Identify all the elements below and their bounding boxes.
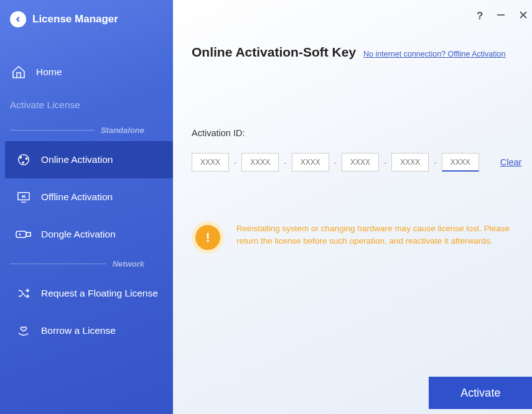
sidebar-section-activate: Activate License: [0, 91, 173, 119]
activation-id-row: - - - - - Clear: [173, 138, 532, 172]
shuffle-icon: [15, 287, 32, 300]
page-title-row: Online Activation-Soft Key No internet c…: [173, 0, 532, 60]
svg-point-3: [22, 162, 24, 164]
svg-rect-6: [26, 232, 30, 236]
sidebar-group-network: Network: [0, 253, 173, 275]
close-button[interactable]: [519, 11, 528, 22]
dash-separator: -: [234, 158, 236, 167]
dash-separator: -: [384, 158, 386, 167]
sidebar-item-home[interactable]: Home: [0, 53, 173, 91]
app-title: License Manager: [32, 13, 118, 25]
app-header: License Manager: [0, 0, 173, 35]
warning-text: Reinstalling system or changing hardware…: [236, 221, 515, 248]
clear-link[interactable]: Clear: [500, 157, 522, 167]
usb-icon: [15, 229, 32, 239]
svg-rect-5: [16, 231, 26, 237]
nav-label: Offline Activation: [41, 191, 113, 203]
nav-label: Home: [36, 67, 62, 78]
page-title: Online Activation-Soft Key: [192, 45, 356, 60]
activation-key-4[interactable]: [342, 153, 379, 172]
dash-separator: -: [284, 158, 286, 167]
nav-label: Dongle Activation: [41, 229, 116, 240]
sidebar-group-standalone: Standalone: [0, 119, 173, 141]
warning-box: ! Reinstalling system or changing hardwa…: [192, 221, 515, 254]
sidebar-item-request-floating[interactable]: Request a Floating License: [5, 275, 173, 312]
globe-icon: [15, 153, 32, 167]
activation-key-2[interactable]: [241, 153, 279, 172]
sidebar-item-borrow-license[interactable]: Borrow a License: [5, 312, 173, 349]
svg-point-2: [26, 157, 28, 160]
activation-key-6[interactable]: [442, 153, 479, 172]
activate-button[interactable]: Activate: [429, 377, 532, 409]
dash-separator: -: [334, 158, 337, 167]
sidebar-item-dongle-activation[interactable]: Dongle Activation: [5, 216, 173, 253]
nav-label: Online Activation: [41, 154, 113, 165]
activation-key-1[interactable]: [192, 153, 229, 172]
help-button[interactable]: ?: [477, 10, 483, 22]
dash-separator: -: [434, 158, 436, 167]
back-button[interactable]: [10, 11, 26, 27]
sidebar-item-offline-activation[interactable]: Offline Activation: [5, 178, 173, 216]
nav-label: Request a Floating License: [41, 288, 158, 299]
nav-label: Borrow a License: [41, 325, 116, 336]
home-icon: [10, 65, 27, 80]
svg-point-7: [19, 234, 21, 236]
activation-key-3[interactable]: [292, 153, 329, 172]
main-panel: ? Online Activation-Soft Key No internet…: [173, 0, 532, 414]
sidebar: License Manager Home Activate License St…: [0, 0, 173, 414]
minimize-button[interactable]: [497, 11, 505, 22]
sidebar-item-online-activation[interactable]: Online Activation: [5, 141, 173, 178]
window-controls: ?: [477, 10, 528, 22]
monitor-x-icon: [15, 190, 32, 204]
hand-heart-icon: [15, 324, 32, 338]
svg-point-1: [20, 157, 22, 159]
activation-key-5[interactable]: [391, 153, 429, 172]
offline-activation-link[interactable]: No internet connection? Offline Activati…: [363, 50, 505, 58]
activation-id-label: Activation ID:: [173, 60, 532, 138]
warning-icon: !: [192, 221, 224, 254]
